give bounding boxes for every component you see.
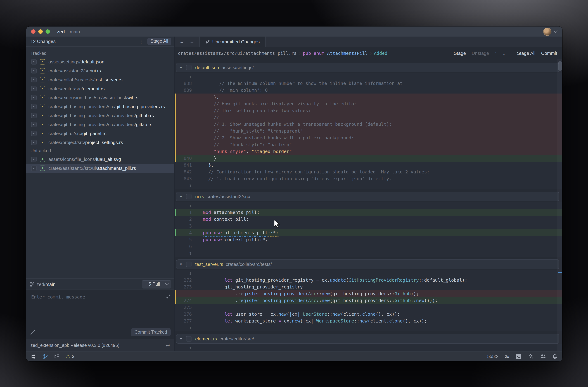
expand-up-icon[interactable]: ↥ bbox=[189, 74, 192, 79]
previous-hunk-icon[interactable]: ↑ bbox=[495, 50, 497, 56]
file-checkbox[interactable] bbox=[31, 113, 37, 118]
diff-section: ▾element.rscrates/editor/src/↥29 use git… bbox=[175, 334, 562, 351]
hunk-file-header[interactable]: ▾ui.rscrates/assistant2/src/ bbox=[176, 192, 559, 201]
diagnostics-indicator[interactable]: ⚠ 3 bbox=[66, 354, 74, 359]
file-item[interactable]: assets/settings/default.json bbox=[26, 57, 174, 66]
hunk-file-header[interactable]: ▾element.rscrates/editor/src/ bbox=[176, 334, 559, 344]
ai-assistant-icon[interactable] bbox=[528, 354, 533, 359]
next-hunk-icon[interactable]: ↓ bbox=[503, 50, 505, 56]
scrollbar[interactable] bbox=[558, 59, 562, 351]
file-item[interactable]: crates/git_ui/src/git_panel.rs bbox=[26, 129, 174, 138]
expand-up-icon[interactable]: ↥ bbox=[189, 345, 192, 350]
file-item[interactable]: crates/project/src/project_settings.rs bbox=[26, 138, 174, 147]
file-item[interactable]: crates/extension_host/src/wasm_host/wit.… bbox=[26, 93, 174, 102]
overflow-menu-icon[interactable]: ⋮ bbox=[138, 39, 144, 44]
file-item[interactable]: +assets/icons/file_icons/luau_alt.svg bbox=[26, 155, 174, 164]
stage-all-button[interactable]: Stage All bbox=[147, 38, 171, 45]
tab-uncommitted-changes[interactable]: Uncommitted Changes bbox=[200, 37, 266, 47]
status-added-icon: + bbox=[40, 157, 45, 162]
file-checkbox[interactable] bbox=[31, 59, 37, 64]
line-number bbox=[175, 290, 194, 297]
code-row: 4pub use attachments_pill::*; bbox=[175, 229, 562, 236]
chevron-down-icon[interactable]: ▾ bbox=[180, 65, 182, 70]
last-commit-message[interactable]: zed_extension_api: Release v0.3.0 (#2649… bbox=[30, 343, 119, 348]
status-modified-icon bbox=[40, 104, 45, 109]
breadcrumb[interactable]: crates/assistant2/src/ui/attachments_pil… bbox=[178, 50, 387, 56]
zoom-window-button[interactable] bbox=[45, 29, 50, 34]
toolbar: crates/assistant2/src/ui/attachments_pil… bbox=[175, 47, 562, 59]
code-line: let workspace_store = cx.new(|cx| Worksp… bbox=[198, 318, 427, 324]
file-item[interactable]: crates/git_hosting_providers/src/provide… bbox=[26, 111, 174, 120]
gutter-separator bbox=[194, 344, 198, 351]
expand-up-icon[interactable]: ↥ bbox=[189, 203, 192, 208]
file-checkbox[interactable] bbox=[31, 95, 37, 100]
expand-down-icon[interactable]: ↧ bbox=[189, 250, 192, 256]
expand-down-icon[interactable]: ↧ bbox=[189, 325, 192, 330]
user-avatar[interactable] bbox=[543, 27, 551, 36]
navigate-back-icon[interactable]: ← bbox=[180, 39, 184, 44]
file-checkbox[interactable] bbox=[31, 86, 37, 91]
hunk-stage-checkbox[interactable] bbox=[186, 65, 191, 70]
pull-options-chevron[interactable] bbox=[163, 284, 171, 285]
terminal-icon[interactable] bbox=[516, 354, 521, 359]
file-path: crates/git_hosting_providers/src/provide… bbox=[48, 122, 152, 127]
chevron-down-icon[interactable]: ▾ bbox=[180, 262, 182, 266]
hunk-status-bar bbox=[175, 121, 176, 128]
file-checkbox[interactable] bbox=[31, 157, 37, 162]
commit-tracked-button[interactable]: Commit Tracked bbox=[131, 328, 171, 336]
outline-panel-icon[interactable] bbox=[54, 354, 60, 359]
commit-message-input[interactable] bbox=[30, 293, 164, 316]
chevron-down-icon[interactable] bbox=[554, 29, 558, 33]
file-item[interactable]: crates/git_hosting_providers/src/provide… bbox=[26, 120, 174, 129]
file-checkbox[interactable] bbox=[31, 140, 37, 145]
uncommit-icon[interactable]: ↩ bbox=[166, 342, 170, 348]
scrollbar-thumb[interactable] bbox=[558, 61, 562, 71]
stage-all-button-toolbar[interactable]: Stage All bbox=[517, 50, 535, 56]
expand-up-icon[interactable]: ↥ bbox=[189, 270, 192, 276]
chevron-down-icon[interactable]: ▾ bbox=[180, 194, 182, 199]
file-item[interactable]: crates/collab/src/tests/test_server.rs bbox=[26, 75, 174, 84]
expand-commit-editor-icon[interactable] bbox=[166, 294, 171, 299]
unstage-button[interactable]: Unstage bbox=[472, 50, 489, 56]
generate-commit-message-icon[interactable] bbox=[30, 329, 35, 335]
close-window-button[interactable] bbox=[31, 29, 36, 34]
cursor-position[interactable]: 555:2 bbox=[487, 354, 499, 359]
file-item[interactable]: +crates/assistant2/src/ui/attachments_pi… bbox=[26, 164, 174, 173]
checkbox-dot bbox=[33, 159, 34, 160]
current-branch[interactable]: zed/main bbox=[37, 282, 56, 287]
minimize-window-button[interactable] bbox=[38, 29, 43, 34]
hunk-stage-checkbox[interactable] bbox=[186, 336, 191, 342]
hunk-stage-checkbox[interactable] bbox=[186, 194, 191, 199]
hunk-status-bar bbox=[175, 290, 176, 297]
hunk-file-header[interactable]: ▾test_server.rscrates/collab/src/tests/ bbox=[176, 259, 559, 269]
line-number: 838 bbox=[175, 80, 194, 87]
file-item[interactable]: crates/git_hosting_providers/src/git_hos… bbox=[26, 102, 174, 111]
hunk-file-header[interactable]: ▾default.jsonassets/settings/ bbox=[176, 63, 559, 72]
titlebar-branch[interactable]: main bbox=[70, 29, 80, 34]
project-panel-icon[interactable] bbox=[31, 354, 37, 359]
file-item[interactable]: crates/editor/src/element.rs bbox=[26, 84, 174, 93]
diff-sections: ▾default.jsonassets/settings/↥838 // The… bbox=[175, 63, 562, 351]
project-name[interactable]: zed bbox=[57, 29, 65, 34]
commit-button[interactable]: Commit bbox=[541, 50, 557, 56]
zed-channels-icon[interactable]: z» bbox=[505, 354, 509, 359]
pull-button[interactable]: ↓ 5 Pull bbox=[142, 280, 171, 288]
collaboration-icon[interactable] bbox=[540, 354, 546, 359]
notifications-bell-icon[interactable] bbox=[552, 354, 557, 359]
gutter-separator bbox=[194, 94, 198, 100]
file-checkbox[interactable] bbox=[31, 165, 37, 171]
chevron-down-icon[interactable]: ▾ bbox=[180, 336, 182, 341]
expand-down-icon[interactable]: ↧ bbox=[189, 183, 192, 188]
file-checkbox[interactable] bbox=[31, 68, 37, 73]
navigate-forward-icon[interactable]: → bbox=[190, 39, 194, 44]
file-checkbox[interactable] bbox=[31, 131, 37, 136]
chevron-down-icon bbox=[165, 282, 169, 285]
hunk-stage-checkbox[interactable] bbox=[186, 262, 191, 267]
code-line: .register_hosting_provider(Arc::new(git_… bbox=[198, 297, 438, 304]
stage-button[interactable]: Stage bbox=[454, 50, 466, 56]
git-branch-icon[interactable] bbox=[43, 354, 48, 359]
file-item[interactable]: crates/assistant2/src/ui.rs bbox=[26, 66, 174, 75]
file-checkbox[interactable] bbox=[31, 104, 37, 109]
file-checkbox[interactable] bbox=[31, 122, 37, 127]
file-checkbox[interactable] bbox=[31, 77, 37, 82]
